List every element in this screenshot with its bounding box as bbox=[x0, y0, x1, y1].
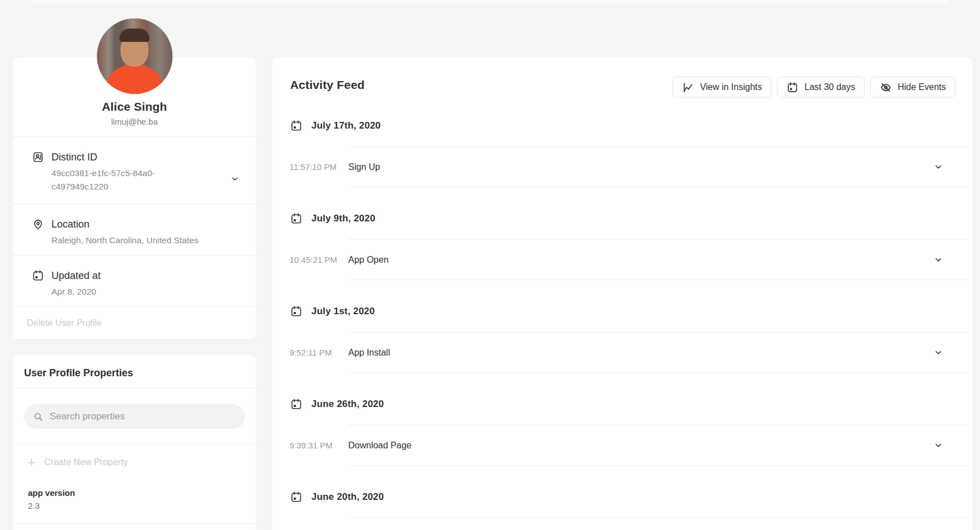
chevron-down-icon[interactable] bbox=[230, 174, 239, 183]
event-rows bbox=[272, 518, 973, 530]
feed-date-group: July 1st, 2020 9:52:11 PM App Install bbox=[272, 299, 973, 373]
avatar bbox=[97, 18, 172, 94]
event-name: App Install bbox=[348, 348, 390, 358]
distinct-id-content: Distinct ID 49cc0381-e1fc-57c5-84a0-c497… bbox=[51, 150, 174, 204]
event-time: 10:45:21 PM bbox=[290, 255, 348, 264]
event-expand-row[interactable]: Sign Up bbox=[348, 146, 970, 187]
feed-date-header: July 1st, 2020 bbox=[272, 299, 973, 324]
calendar-icon bbox=[290, 491, 302, 503]
calendar-icon bbox=[290, 305, 302, 318]
location-value: Raleigh, North Carolina, United States bbox=[51, 234, 198, 247]
user-email: limuj@he.ba bbox=[26, 117, 243, 126]
chevron-down-icon[interactable] bbox=[934, 162, 943, 172]
feed-date-group: June 26th, 2020 9:39:31 PM Download Page bbox=[272, 392, 973, 466]
chevron-down-icon[interactable] bbox=[934, 255, 943, 264]
id-badge-icon bbox=[32, 150, 44, 204]
location-section: Location Raleigh, North Carolina, United… bbox=[13, 204, 256, 255]
feed-groups: July 17th, 2020 11:57:10 PM Sign Up bbox=[272, 113, 973, 530]
feed-date-group: July 17th, 2020 11:57:10 PM Sign Up bbox=[272, 113, 973, 187]
property-item[interactable]: app version 2.3 bbox=[13, 481, 256, 524]
event-rows: 11:57:10 PM Sign Up bbox=[272, 146, 973, 187]
create-new-property-button[interactable]: Create New Property bbox=[13, 445, 256, 481]
property-name: app version bbox=[28, 488, 245, 498]
activity-feed-title: Activity Feed bbox=[290, 78, 364, 92]
event-name: Download Page bbox=[348, 441, 411, 451]
activity-feed-card: Activity Feed View in Insights Last 30 bbox=[272, 58, 973, 530]
event-expand-row[interactable]: App Open bbox=[348, 239, 970, 280]
updated-at-section: Updated at Apr 8, 2020 bbox=[13, 255, 256, 306]
property-value: 2.3 bbox=[28, 500, 245, 511]
feed-date-header: June 20th, 2020 bbox=[272, 485, 973, 509]
last-30-days-button[interactable]: Last 30 days bbox=[777, 77, 865, 98]
create-new-property-label: Create New Property bbox=[44, 457, 127, 467]
event-time: 9:39:31 PM bbox=[290, 441, 348, 450]
event-row bbox=[272, 518, 973, 530]
updated-at-label: Updated at bbox=[51, 269, 101, 282]
hide-events-label: Hide Events bbox=[898, 82, 946, 92]
location-content: Location Raleigh, North Carolina, United… bbox=[51, 217, 198, 255]
feed-date-header: June 26th, 2020 bbox=[272, 392, 973, 417]
plus-icon bbox=[27, 458, 36, 467]
location-pin-icon bbox=[32, 217, 44, 255]
event-row: 9:39:31 PM Download Page bbox=[272, 425, 973, 466]
search-properties-input[interactable] bbox=[24, 404, 245, 429]
event-row: 9:52:11 PM App Install bbox=[272, 332, 973, 373]
top-edge-decoration bbox=[31, 0, 949, 4]
feed-date-header: July 17th, 2020 bbox=[272, 113, 973, 138]
event-rows: 9:39:31 PM Download Page bbox=[272, 425, 973, 466]
event-expand-row[interactable] bbox=[348, 518, 970, 530]
distinct-id-section: Distinct ID 49cc0381-e1fc-57c5-84a0-c497… bbox=[13, 136, 256, 204]
calendar-icon bbox=[290, 398, 302, 410]
event-rows: 9:52:11 PM App Install bbox=[272, 332, 973, 373]
properties-search-section bbox=[13, 389, 256, 445]
line-chart-icon bbox=[682, 82, 694, 93]
event-name: App Open bbox=[348, 255, 389, 265]
updated-at-content: Updated at Apr 8, 2020 bbox=[51, 269, 101, 306]
event-time: 11:57:10 PM bbox=[290, 162, 348, 172]
calendar-icon bbox=[290, 120, 302, 132]
feed-date-group: July 9th, 2020 10:45:21 PM App Open bbox=[272, 206, 973, 280]
event-row: 10:45:21 PM App Open bbox=[272, 239, 973, 280]
feed-date-header: July 9th, 2020 bbox=[272, 206, 973, 231]
feed-date-label: July 9th, 2020 bbox=[311, 213, 375, 224]
user-name: Alice Singh bbox=[26, 100, 243, 113]
view-in-insights-label: View in Insights bbox=[700, 82, 762, 92]
event-row: 11:57:10 PM Sign Up bbox=[272, 146, 973, 187]
event-time: 9:52:11 PM bbox=[290, 348, 348, 357]
chevron-down-icon[interactable] bbox=[934, 348, 943, 357]
chevron-down-icon[interactable] bbox=[934, 441, 943, 450]
search-box bbox=[24, 404, 245, 429]
location-label: Location bbox=[51, 217, 198, 231]
calendar-icon bbox=[290, 212, 302, 225]
avatar-hair bbox=[120, 29, 150, 42]
feed-date-group: June 20th, 2020 bbox=[272, 485, 973, 530]
feed-date-label: June 20th, 2020 bbox=[311, 491, 384, 503]
calendar-icon bbox=[32, 269, 44, 306]
distinct-id-label: Distinct ID bbox=[51, 150, 174, 164]
updated-at-value: Apr 8, 2020 bbox=[51, 285, 101, 299]
event-expand-row[interactable]: Download Page bbox=[348, 425, 970, 466]
event-name: Sign Up bbox=[348, 162, 380, 172]
delete-user-profile-button[interactable]: Delete User Profile bbox=[13, 306, 256, 339]
feed-date-label: July 17th, 2020 bbox=[311, 120, 381, 131]
event-rows: 10:45:21 PM App Open bbox=[272, 239, 973, 280]
search-icon bbox=[33, 411, 44, 422]
feed-date-label: June 26th, 2020 bbox=[311, 399, 384, 410]
eye-off-icon bbox=[880, 82, 892, 93]
distinct-id-value: 49cc0381-e1fc-57c5-84a0-c497949c1220 bbox=[51, 167, 174, 193]
last-30-days-label: Last 30 days bbox=[804, 82, 855, 92]
calendar-icon bbox=[787, 82, 798, 93]
user-profile-properties-card: User Profile Properties Create New Prope… bbox=[13, 355, 256, 530]
properties-title: User Profile Properties bbox=[13, 355, 256, 389]
view-in-insights-button[interactable]: View in Insights bbox=[673, 77, 771, 98]
event-expand-row[interactable]: App Install bbox=[348, 332, 970, 373]
feed-date-label: July 1st, 2020 bbox=[311, 306, 375, 317]
user-profile-card: Alice Singh limuj@he.ba Distinct ID 49cc… bbox=[13, 58, 256, 339]
hide-events-button[interactable]: Hide Events bbox=[870, 77, 955, 98]
feed-actions: View in Insights Last 30 days bbox=[673, 77, 955, 98]
